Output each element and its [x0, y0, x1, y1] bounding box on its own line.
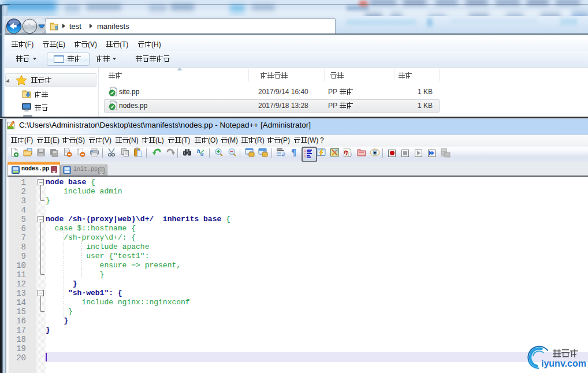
svg-text:{): {)	[348, 152, 352, 156]
